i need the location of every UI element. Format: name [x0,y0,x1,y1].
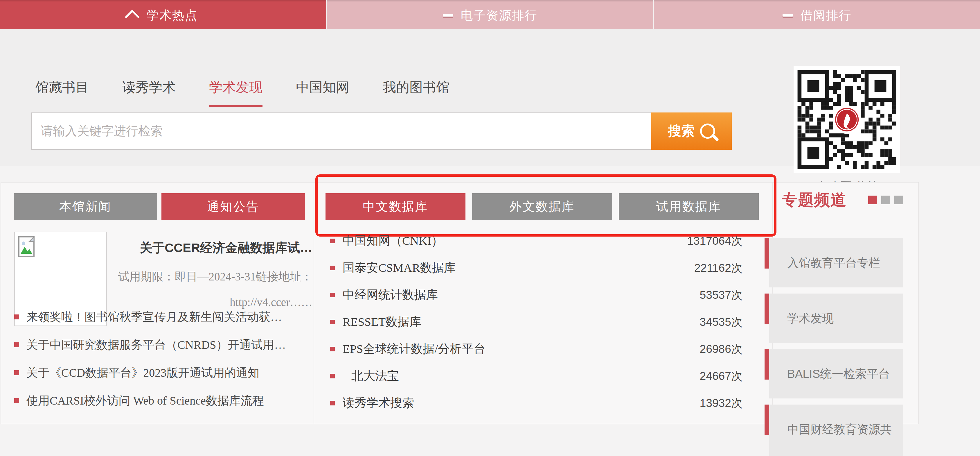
channel-item-label: BALIS统一检索平台 [787,349,890,399]
news-item-text: 使用CARSI校外访问 Web of Science数据库流程 [26,393,264,409]
nav-item-my-library[interactable]: 我的图书馆 [383,78,450,107]
featured-news-title: 关于CCER经济金融数据库试… [117,239,312,256]
tab-borrow-ranking[interactable]: 借阅排行 [654,0,980,29]
tab-academic-hotspot[interactable]: 学术热点 [0,0,326,29]
news-item-text: 关于《CCD数据平台》2023版开通试用的通知 [26,365,259,381]
channel-item-label: 中国财经教育资源共享平台 [787,405,903,456]
channels-header: 专题频道 [782,188,903,212]
bullet-icon [330,239,335,243]
database-name: 北大法宝 [343,368,700,384]
database-row[interactable]: 中经网统计数据库 53537次 [330,281,743,308]
database-usage-count: 24667次 [700,368,743,384]
bullet-icon [14,398,19,403]
database-usage-count: 1317064次 [687,233,743,249]
database-row[interactable]: 中国知网（CNKI） 1317064次 [330,227,743,254]
bullet-icon [14,342,19,347]
nav-item-cnki[interactable]: 中国知网 [296,78,349,107]
channel-item-label: 入馆教育平台专栏 [787,238,880,287]
dash-icon [783,14,793,17]
bullet-icon [330,293,335,297]
database-usage-count: 26986次 [700,341,743,357]
carousel-dot[interactable] [881,196,890,204]
search-button[interactable]: 搜索 [651,112,732,150]
news-list-item[interactable]: 来领奖啦！图书馆秋季宣传月及新生闯关活动获… [14,303,307,331]
channels-title: 专题频道 [782,190,847,211]
news-item-text: 关于中国研究数据服务平台（CNRDS）开通试用… [26,337,286,353]
broken-image-icon [18,236,37,260]
bullet-icon [330,347,335,351]
database-name: 国泰安CSMAR数据库 [343,260,694,276]
bullet-icon [14,370,19,375]
qr-code-image [794,66,900,173]
news-list-item[interactable]: 关于中国研究数据服务平台（CNRDS）开通试用… [14,331,307,359]
database-usage-count: 34535次 [700,314,743,330]
tab-trial-databases[interactable]: 试用数据库 [619,193,759,220]
nav-item-academic-discovery[interactable]: 学术发现 [209,78,262,107]
database-usage-count: 221162次 [694,260,743,276]
dash-icon [443,14,453,17]
database-row[interactable]: RESSET数据库 34535次 [330,308,743,335]
bullet-icon [330,401,335,405]
search-section: 馆藏书目 读秀学术 学术发现 中国知网 我的图书馆 搜索 移动图书馆 [0,29,980,166]
channel-item[interactable]: 入馆教育平台专栏 [769,238,903,287]
channel-item[interactable]: 学术发现 [769,293,903,343]
database-row[interactable]: 国泰安CSMAR数据库 221162次 [330,254,743,281]
tab-eresource-ranking[interactable]: 电子资源排行 [327,0,653,29]
database-row[interactable]: 读秀学术搜索 13932次 [330,389,743,416]
channel-item-label: 学术发现 [787,293,834,343]
database-row[interactable]: EPS全球统计数据/分析平台 26986次 [330,335,743,362]
channel-item[interactable]: 中国财经教育资源共享平台 [769,405,903,456]
search-input[interactable] [31,112,651,150]
database-row[interactable]: 北大法宝 24667次 [330,362,743,389]
carousel-dot[interactable] [894,196,903,204]
nav-item-duxiu[interactable]: 读秀学术 [122,78,176,107]
mobile-library-qr: 移动图书馆 [794,66,900,195]
caret-up-icon [124,10,139,24]
tab-notices[interactable]: 通知公告 [161,193,305,220]
database-usage-count: 13932次 [700,395,743,411]
tab-label: 电子资源排行 [461,7,538,24]
news-list: 来领奖啦！图书馆秋季宣传月及新生闯关活动获… 关于中国研究数据服务平台（CNRD… [14,303,307,415]
bullet-icon [330,374,335,378]
column-divider [313,183,314,424]
channel-list: 入馆教育平台专栏 学术发现 BALIS统一检索平台 中国财经教育资源共享平台 [769,238,903,456]
search-source-nav: 馆藏书目 读秀学术 学术发现 中国知网 我的图书馆 [35,78,483,107]
library-portal-page: 学术热点 电子资源排行 借阅排行 馆藏书目 读秀学术 学术发现 中国知网 我的图… [0,0,980,456]
carousel-dot-active[interactable] [868,196,877,204]
bullet-icon [14,314,19,319]
database-name: 中国知网（CNKI） [343,233,687,249]
channel-item[interactable]: BALIS统一检索平台 [769,349,903,399]
search-icon [700,124,715,139]
tab-label: 学术热点 [146,7,198,24]
tab-library-news[interactable]: 本馆新闻 [14,193,157,220]
tab-foreign-databases[interactable]: 外文数据库 [472,193,612,220]
database-name: 读秀学术搜索 [343,395,700,411]
database-name: 中经网统计数据库 [343,287,700,303]
active-tab-underline [209,105,262,107]
news-item-text: 来领奖啦！图书馆秋季宣传月及新生闯关活动获… [26,309,282,325]
top-section-tabs: 学术热点 电子资源排行 借阅排行 [0,0,980,29]
database-name: EPS全球统计数据/分析平台 [343,341,700,357]
news-list-item[interactable]: 使用CARSI校外访问 Web of Science数据库流程 [14,387,307,415]
nav-item-catalog[interactable]: 馆藏书目 [35,78,89,107]
bullet-icon [330,266,335,270]
carousel-dots [868,196,903,204]
search-button-label: 搜索 [668,122,695,140]
tab-chinese-databases[interactable]: 中文数据库 [326,193,466,220]
database-ranking-list: 中国知网（CNKI） 1317064次 国泰安CSMAR数据库 221162次 … [330,227,743,416]
bullet-icon [330,320,335,324]
database-name: RESSET数据库 [343,314,700,330]
news-list-item[interactable]: 关于《CCD数据平台》2023版开通试用的通知 [14,359,307,387]
database-usage-count: 53537次 [700,287,743,303]
nav-item-label: 学术发现 [209,80,262,95]
tab-label: 借阅排行 [800,7,852,24]
main-content-panel: 本馆新闻 通知公告 关于CCER经济金融数据库试… 试用期限：即日—2024-3… [1,182,919,424]
